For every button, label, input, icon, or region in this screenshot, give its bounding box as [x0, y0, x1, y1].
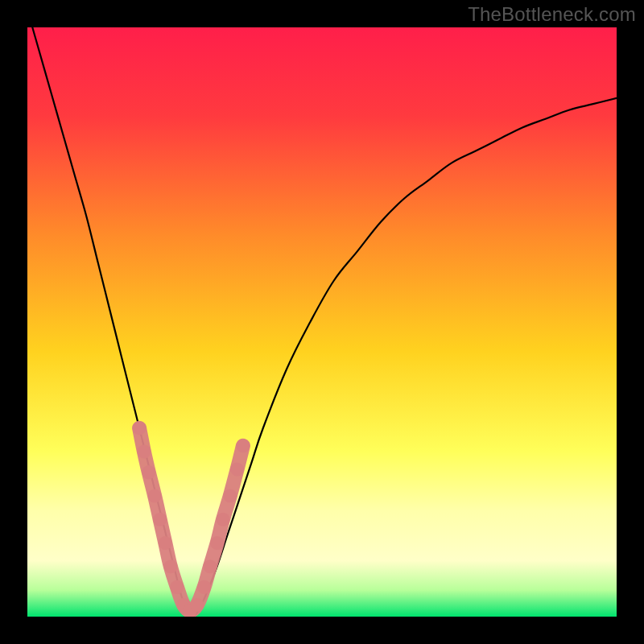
highlighted-point — [133, 421, 147, 435]
bottleneck-chart — [0, 0, 644, 644]
highlighted-point — [153, 513, 167, 526]
watermark-text: TheBottleneck.com — [468, 3, 636, 26]
highlighted-point — [203, 559, 217, 573]
highlighted-point — [223, 489, 237, 502]
highlighted-point — [210, 536, 224, 550]
highlighted-point — [163, 559, 177, 573]
highlighted-point — [159, 536, 172, 550]
highlighted-point — [148, 489, 162, 502]
highlighted-point — [190, 598, 204, 612]
highlighted-point — [137, 444, 151, 458]
highlighted-point — [236, 439, 250, 452]
highlighted-point — [170, 580, 184, 594]
highlighted-point — [197, 580, 211, 594]
chart-stage: TheBottleneck.com — [0, 0, 644, 644]
plot-background — [27, 27, 617, 617]
highlighted-point — [216, 513, 229, 526]
highlighted-point — [230, 462, 244, 476]
highlighted-point — [142, 465, 155, 479]
